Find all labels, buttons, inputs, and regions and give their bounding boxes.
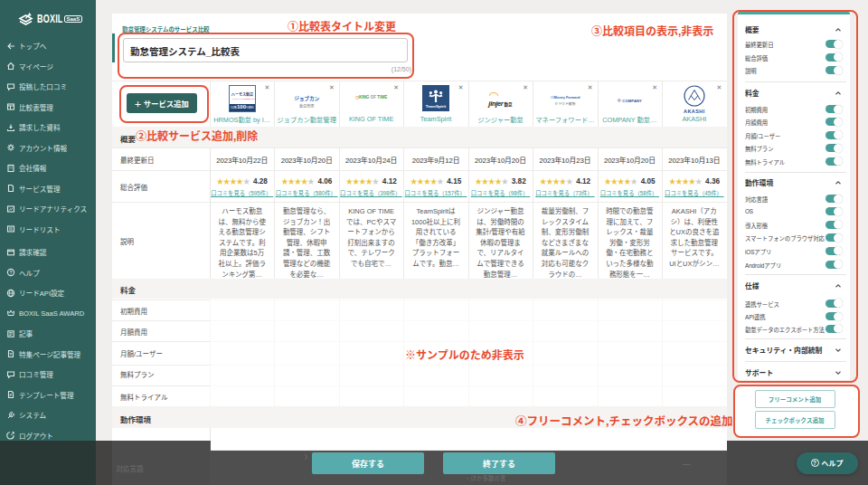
svg-text:TeamSpirit: TeamSpirit	[426, 104, 447, 109]
svg-text:?: ?	[9, 270, 12, 275]
